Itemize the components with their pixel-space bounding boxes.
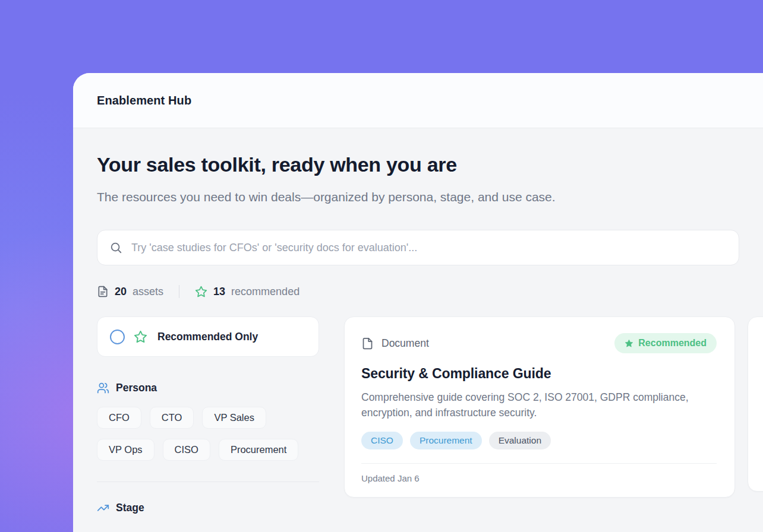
persona-chip-vp-sales[interactable]: VP Sales	[202, 407, 266, 429]
search-icon	[109, 241, 122, 254]
search-bar[interactable]	[97, 230, 739, 265]
asset-type: Document	[361, 337, 429, 350]
persona-chip-vp-ops[interactable]: VP Ops	[97, 439, 155, 461]
file-icon	[361, 337, 374, 350]
assets-count: 20	[115, 286, 127, 298]
recommended-label: recommended	[231, 286, 299, 298]
asset-description: Comprehensive guide covering SOC 2, ISO …	[361, 390, 711, 420]
filters-sidebar: Recommended Only Persona CFO	[97, 316, 319, 514]
main-content: Your sales toolkit, ready when you are T…	[73, 128, 763, 514]
asset-card-next-peek[interactable]	[748, 316, 763, 492]
tag-procurement[interactable]: Procurement	[410, 432, 482, 449]
recommended-only-toggle[interactable]: Recommended Only	[97, 316, 319, 357]
persona-chip-list: CFO CTO VP Sales VP Ops CISO Procurement	[97, 407, 319, 461]
asset-card-security-compliance-guide[interactable]: Document Recommended Security & Complian…	[344, 316, 735, 498]
persona-chip-cto[interactable]: CTO	[150, 407, 194, 429]
app-header: Enablement Hub	[73, 73, 763, 128]
assets-stat: 20 assets	[97, 286, 163, 298]
asset-card-list: Document Recommended Security & Complian…	[344, 316, 763, 498]
card-divider	[361, 463, 717, 464]
stats-divider	[179, 285, 179, 298]
assets-label: assets	[133, 286, 163, 298]
persona-chip-cfo[interactable]: CFO	[97, 407, 141, 429]
asset-updated: Updated Jan 6	[361, 473, 717, 483]
enablement-hub-panel: Enablement Hub Your sales toolkit, ready…	[73, 73, 763, 532]
persona-chip-ciso[interactable]: CISO	[163, 439, 210, 461]
star-filled-icon	[625, 339, 633, 348]
tag-evaluation[interactable]: Evaluation	[489, 432, 551, 449]
recommended-stat: 13 recommended	[195, 286, 299, 298]
page-subtitle: The resources you need to win deals—orga…	[97, 186, 590, 208]
persona-chip-procurement[interactable]: Procurement	[219, 439, 298, 461]
persona-filter-header: Persona	[97, 382, 319, 394]
search-input[interactable]	[131, 242, 727, 254]
star-icon	[195, 286, 207, 298]
asset-title: Security & Compliance Guide	[361, 366, 717, 382]
document-icon	[97, 286, 109, 297]
stage-filter-label: Stage	[116, 502, 144, 514]
page-title: Your sales toolkit, ready when you are	[97, 153, 763, 176]
asset-type-label: Document	[382, 337, 429, 350]
stats-row: 20 assets 13 recommended	[97, 285, 763, 298]
recommended-badge-label: Recommended	[638, 338, 707, 349]
persona-filter-label: Persona	[116, 382, 157, 394]
trending-up-icon	[97, 502, 109, 514]
recommended-badge: Recommended	[614, 333, 717, 353]
app-title: Enablement Hub	[97, 94, 191, 107]
users-icon	[97, 382, 109, 394]
sidebar-divider	[97, 482, 319, 482]
tag-ciso[interactable]: CISO	[361, 432, 403, 449]
stage-filter-header: Stage	[97, 502, 319, 514]
asset-tag-list: CISO Procurement Evaluation	[361, 432, 717, 449]
recommended-count: 13	[213, 286, 225, 298]
star-icon	[134, 330, 147, 344]
radio-circle-icon[interactable]	[110, 330, 125, 344]
recommended-only-label: Recommended Only	[157, 331, 258, 343]
